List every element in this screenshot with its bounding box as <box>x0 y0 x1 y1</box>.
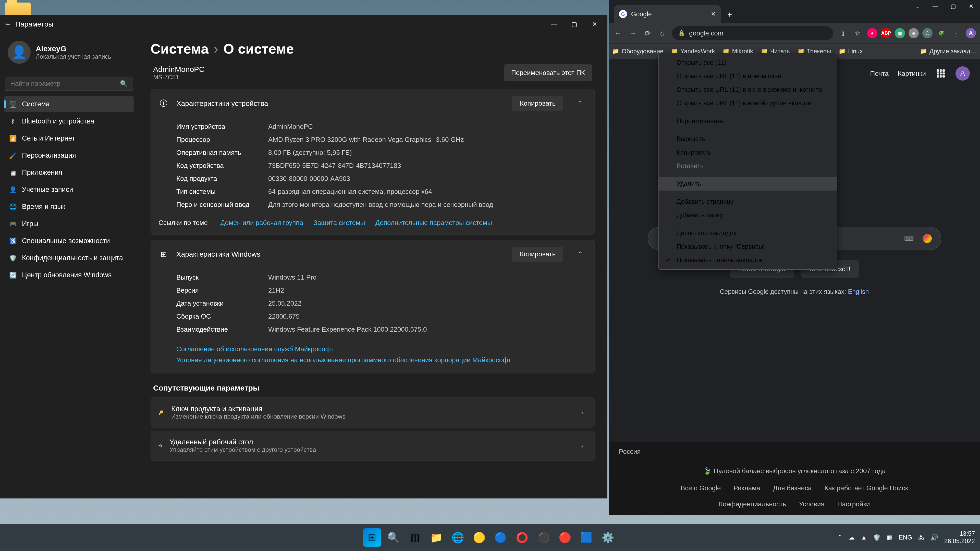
chrome-close[interactable]: ✕ <box>962 0 980 13</box>
mic-icon[interactable] <box>923 234 932 243</box>
context-menu-item[interactable]: Копировать <box>659 146 837 159</box>
copy-device-button[interactable]: Копировать <box>512 96 563 111</box>
taskview-icon[interactable]: ▥ <box>406 528 424 547</box>
chrome-search-tabs[interactable]: ⌄ <box>908 0 926 13</box>
images-link[interactable]: Картинки <box>898 70 926 78</box>
settings-icon[interactable]: ⚙️ <box>599 528 617 547</box>
sidebar-item[interactable]: ♿Специальные возможности <box>4 233 134 249</box>
sidebar-item[interactable]: 🖌️Персонализация <box>4 148 134 164</box>
related-item[interactable]: 🔑Ключ продукта и активацияИзменение ключ… <box>151 397 595 427</box>
forward-icon[interactable]: → <box>628 28 638 38</box>
gmail-link[interactable]: Почта <box>870 70 889 78</box>
context-menu-item[interactable]: Показывать кнопку "Сервисы" <box>659 240 837 253</box>
bookmark-item[interactable]: 📁Оборудование <box>612 48 663 55</box>
ext-icon[interactable]: ◆ <box>908 28 919 38</box>
chrome-minimize[interactable]: — <box>926 0 944 13</box>
footer-link[interactable]: Как работает Google Поиск <box>824 484 908 492</box>
sidebar-item[interactable]: 🌐Время и язык <box>4 199 134 215</box>
search-box[interactable]: 🔍 <box>5 76 133 91</box>
share-icon[interactable]: ⇧ <box>838 28 848 38</box>
volume-icon[interactable]: 🔊 <box>931 534 938 541</box>
bookmark-item[interactable]: 📁Linux <box>838 48 862 55</box>
carbon-neutral[interactable]: 🍃Нулевой баланс выбросов углекислого газ… <box>609 462 980 480</box>
edge-icon[interactable]: 🌐 <box>449 528 467 547</box>
home-icon[interactable]: ⌂ <box>657 28 667 38</box>
other-bookmarks[interactable]: 📁 Другие заклад… <box>920 48 977 55</box>
context-menu-item[interactable]: Открыть все (11) <box>659 56 837 69</box>
chevron-up-icon[interactable]: ⌃ <box>574 248 587 260</box>
tray-icon[interactable]: ▲ <box>861 534 867 541</box>
link-domain[interactable]: Домен или рабочая группа <box>221 219 303 227</box>
context-menu-item[interactable]: Вырезать <box>659 132 837 146</box>
footer-link[interactable]: Конфиденциальность <box>719 500 786 508</box>
omnibox[interactable]: 🔒 google.com <box>672 26 833 40</box>
google-avatar[interactable]: A <box>956 66 970 81</box>
user-block[interactable]: 👤 AlexeyG Локальная учетная запись <box>3 38 135 71</box>
start-button[interactable]: ⊞ <box>363 528 381 547</box>
footer-link[interactable]: Условия <box>799 500 824 508</box>
sidebar-item[interactable]: 📶Сеть и Интернет <box>4 130 134 146</box>
sidebar-item[interactable]: 👤Учетные записи <box>4 182 134 198</box>
context-menu-item[interactable]: Диспетчер закладок <box>659 226 837 240</box>
copy-windows-button[interactable]: Копировать <box>512 247 563 262</box>
close-button[interactable]: ✕ <box>584 15 605 33</box>
context-menu-item[interactable]: Открыть все URL (11) в новом окне <box>659 69 837 83</box>
menu-icon[interactable]: ⋮ <box>951 28 961 38</box>
footer-link[interactable]: Всё о Google <box>681 484 721 492</box>
app-icon[interactable]: 🔴 <box>556 528 574 547</box>
sidebar-item[interactable]: ▦Приложения <box>4 165 134 181</box>
link-advanced[interactable]: Дополнительные параметры системы <box>375 219 492 227</box>
context-menu-item[interactable]: Открыть все URL (11) в новой группе вкла… <box>659 97 837 110</box>
chrome-maximize[interactable]: ▢ <box>944 0 962 13</box>
language-indicator[interactable]: ENG <box>899 534 912 541</box>
tray-icon[interactable]: 🛡️ <box>873 534 881 541</box>
breadcrumb-root[interactable]: Система <box>151 41 208 57</box>
sidebar-item[interactable]: 🛡️Конфиденциальность и защита <box>4 250 134 266</box>
powershell-icon[interactable]: 🟦 <box>577 528 596 547</box>
ext-icon[interactable]: ▣ <box>895 28 905 38</box>
back-button[interactable]: ← <box>3 19 13 29</box>
ext-icon[interactable]: ⬡ <box>922 28 932 38</box>
chrome-icon[interactable]: 🔵 <box>492 528 510 547</box>
star-icon[interactable]: ☆ <box>853 28 862 38</box>
context-menu-item[interactable]: Переименовать <box>659 114 837 128</box>
app-icon[interactable]: ⚫ <box>535 528 553 547</box>
context-menu-item[interactable]: Показывать панель закладок <box>659 253 837 267</box>
footer-link[interactable]: Реклама <box>733 484 760 492</box>
network-icon[interactable]: 🖧 <box>918 534 924 541</box>
reload-icon[interactable]: ⟳ <box>642 28 652 38</box>
lang-link[interactable]: English <box>848 288 869 295</box>
footer-link[interactable]: Настройки <box>837 500 870 508</box>
rename-pc-button[interactable]: Переименовать этот ПК <box>504 64 592 81</box>
tray-icon[interactable]: ▦ <box>887 534 893 541</box>
related-item[interactable]: ⟲Удаленный рабочий столУправляйте этим у… <box>151 430 595 461</box>
apps-icon[interactable] <box>935 68 946 79</box>
search-input[interactable] <box>10 79 120 87</box>
tab-close-icon[interactable]: ✕ <box>711 11 716 17</box>
tray-icon[interactable]: ☁ <box>849 534 855 541</box>
footer-link[interactable]: Для бизнеса <box>773 484 812 492</box>
sidebar-item[interactable]: 🔄Центр обновления Windows <box>4 267 134 283</box>
minimize-button[interactable]: — <box>544 15 564 33</box>
sidebar-item[interactable]: ᛒBluetooth и устройства <box>4 113 134 129</box>
context-menu-item[interactable]: Открыть все URL (11) в окне в режиме инк… <box>659 83 837 97</box>
ext-icon[interactable]: ● <box>867 28 877 38</box>
link-protection[interactable]: Защита системы <box>313 219 365 227</box>
link-license-terms[interactable]: Условия лицензионного соглашения на испо… <box>177 354 587 365</box>
link-services-agreement[interactable]: Соглашение об использовании служб Майкро… <box>177 344 587 354</box>
context-menu-item[interactable]: Удалить <box>659 177 837 191</box>
extensions-icon[interactable]: 🧩 <box>936 28 946 38</box>
context-menu-item[interactable]: Добавить страницу <box>659 195 837 208</box>
abp-icon[interactable]: ABP <box>881 28 891 38</box>
clock[interactable]: 13:57 26.05.2022 <box>944 530 975 545</box>
new-tab-button[interactable]: ＋ <box>724 9 735 19</box>
back-icon[interactable]: ← <box>613 28 623 38</box>
keyboard-icon[interactable]: ⌨ <box>904 235 914 243</box>
maximize-button[interactable]: ▢ <box>564 15 584 33</box>
tab-google[interactable]: G Google ✕ <box>614 5 721 23</box>
explorer-icon[interactable]: 📁 <box>427 528 445 547</box>
sidebar-item[interactable]: 🖥️Система <box>4 96 134 112</box>
yandex-icon[interactable]: ⭕ <box>513 528 531 547</box>
chevron-up-icon[interactable]: ⌃ <box>574 97 587 110</box>
profile-avatar[interactable]: A <box>966 28 976 38</box>
